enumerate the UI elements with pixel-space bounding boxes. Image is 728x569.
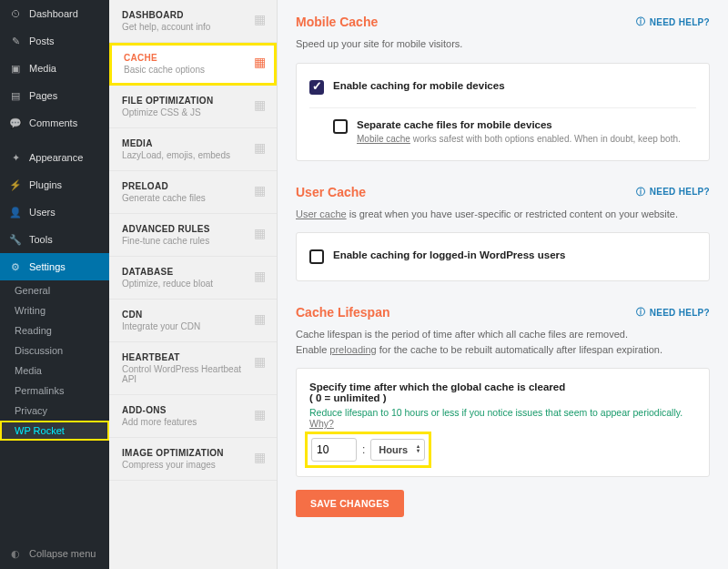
- wp-menu-media[interactable]: ▣Media: [0, 55, 109, 82]
- help-icon: ⓘ: [636, 186, 645, 198]
- nav-icon: ▦: [254, 269, 266, 283]
- label-enable-user-cache: Enable caching for logged-in WordPress u…: [333, 249, 565, 260]
- checkbox-separate-mobile-cache[interactable]: [333, 119, 348, 134]
- rocket-nav-add-ons[interactable]: ADD-ONSAdd more features▦: [109, 395, 277, 438]
- wp-menu-comments[interactable]: 💬Comments: [0, 109, 109, 137]
- nav-icon: ▦: [254, 226, 266, 240]
- rocket-nav-heartbeat[interactable]: HEARTBEATControl WordPress Heartbeat API…: [109, 342, 277, 395]
- section-user-cache: User Cache ⓘNEED HELP? User cache is gre…: [296, 185, 710, 282]
- wp-menu-plugins[interactable]: ⚡Plugins: [0, 171, 109, 198]
- comment-icon: 💬: [9, 117, 22, 129]
- label-lifespan-spec: Specify time after which the global cach…: [309, 381, 696, 392]
- user-icon: 👤: [9, 206, 22, 218]
- wp-submenu-writing[interactable]: Writing: [0, 300, 109, 320]
- section-desc: Cache lifespan is the period of time aft…: [296, 327, 710, 357]
- nav-icon: ▦: [254, 12, 266, 26]
- wp-submenu-permalinks[interactable]: Permalinks: [0, 381, 109, 401]
- section-desc: Speed up your site for mobile visitors.: [296, 36, 710, 52]
- nav-icon: ▦: [254, 140, 266, 155]
- section-cache-lifespan: Cache Lifespan ⓘNEED HELP? Cache lifespa…: [296, 305, 710, 517]
- rocket-nav-media[interactable]: MEDIALazyLoad, emojis, embeds▦: [109, 128, 277, 171]
- plug-icon: ⚡: [9, 178, 22, 191]
- wp-menu-users[interactable]: 👤Users: [0, 198, 109, 226]
- link-user-cache-docs[interactable]: User cache: [296, 208, 347, 219]
- rocket-nav-file-optimization[interactable]: FILE OPTIMIZATIONOptimize CSS & JS▦: [109, 86, 277, 128]
- section-desc: User cache is great when you have user-s…: [296, 207, 710, 222]
- wp-submenu-general[interactable]: General: [0, 280, 109, 300]
- wp-submenu-wp-rocket[interactable]: WP Rocket: [0, 421, 109, 441]
- rocket-nav-advanced-rules[interactable]: ADVANCED RULESFine-tune cache rules▦: [109, 214, 277, 257]
- save-changes-button[interactable]: SAVE CHANGES: [296, 490, 404, 517]
- wp-menu-dashboard[interactable]: ⏲Dashboard: [0, 0, 109, 27]
- collapse-icon: ◐: [9, 547, 22, 560]
- wp-submenu-media[interactable]: Media: [0, 361, 109, 381]
- hint-lifespan: Reduce lifespan to 10 hours or less if y…: [309, 407, 696, 429]
- wp-menu-appearance[interactable]: ✦Appearance: [0, 144, 109, 171]
- gear-icon: ⚙: [9, 260, 22, 273]
- need-help-link[interactable]: ⓘNEED HELP?: [636, 15, 710, 28]
- collapse-label: Collapse menu: [29, 548, 96, 559]
- collapse-menu[interactable]: ◐Collapse menu: [0, 538, 109, 569]
- nav-icon: ▦: [254, 55, 266, 69]
- wp-menu-settings[interactable]: ⚙Settings: [0, 253, 109, 280]
- need-help-link[interactable]: ⓘNEED HELP?: [636, 306, 710, 319]
- help-icon: ⓘ: [636, 306, 645, 319]
- section-title-mobile: Mobile Cache: [296, 15, 378, 29]
- wp-menu-posts[interactable]: ✎Posts: [0, 27, 109, 55]
- lifespan-value-input[interactable]: [311, 438, 357, 462]
- nav-icon: ▦: [254, 450, 266, 464]
- media-icon: ▣: [9, 62, 22, 75]
- rocket-nav-preload[interactable]: PRELOADGenerate cache files▦: [109, 171, 277, 214]
- lifespan-unit-select[interactable]: Hours: [370, 439, 425, 461]
- link-preloading[interactable]: preloading: [329, 344, 376, 355]
- rocket-nav-cache[interactable]: CACHEBasic cache options▦: [109, 43, 277, 86]
- label-enable-mobile-cache: Enable caching for mobile devices: [333, 80, 505, 91]
- rocket-settings-nav: DASHBOARDGet help, account info▦CACHEBas…: [109, 0, 278, 569]
- wp-admin-sidebar: ⏲Dashboard✎Posts▣Media▤Pages💬Comments✦Ap…: [0, 0, 109, 569]
- rocket-nav-image-optimization[interactable]: IMAGE OPTIMIZATIONCompress your images▦: [109, 438, 277, 481]
- brush-icon: ✦: [9, 151, 22, 164]
- speed-icon: ⏲: [9, 7, 22, 20]
- label-lifespan-sub: ( 0 = unlimited ): [309, 392, 696, 403]
- section-title-user: User Cache: [296, 185, 366, 199]
- section-title-lifespan: Cache Lifespan: [296, 305, 389, 320]
- need-help-link[interactable]: ⓘNEED HELP?: [636, 186, 710, 198]
- lifespan-input-group: : Hours: [309, 436, 427, 463]
- pin-icon: ✎: [9, 35, 22, 47]
- settings-main: Mobile Cache ⓘNEED HELP? Speed up your s…: [278, 0, 728, 569]
- wp-submenu-reading[interactable]: Reading: [0, 320, 109, 340]
- rocket-nav-dashboard[interactable]: DASHBOARDGet help, account info▦: [109, 0, 277, 43]
- rocket-nav-cdn[interactable]: CDNIntegrate your CDN▦: [109, 300, 277, 342]
- note-mobile-cache: Mobile cache works safest with both opti…: [357, 134, 681, 144]
- link-why[interactable]: Why?: [309, 418, 334, 429]
- nav-icon: ▦: [254, 183, 266, 198]
- wp-submenu-discussion[interactable]: Discussion: [0, 340, 109, 361]
- label-separate-mobile-cache: Separate cache files for mobile devices: [357, 119, 681, 130]
- help-icon: ⓘ: [636, 15, 645, 28]
- wp-menu-pages[interactable]: ▤Pages: [0, 82, 109, 109]
- nav-icon: ▦: [254, 354, 266, 369]
- link-mobile-cache-docs[interactable]: Mobile cache: [357, 134, 410, 144]
- wp-submenu-privacy[interactable]: Privacy: [0, 401, 109, 421]
- nav-icon: ▦: [254, 407, 266, 422]
- page-icon: ▤: [9, 89, 22, 102]
- nav-icon: ▦: [254, 97, 266, 112]
- wrench-icon: 🔧: [9, 233, 22, 246]
- checkbox-enable-user-cache[interactable]: [309, 249, 324, 264]
- section-mobile-cache: Mobile Cache ⓘNEED HELP? Speed up your s…: [296, 15, 710, 161]
- rocket-nav-database[interactable]: DATABASEOptimize, reduce bloat▦: [109, 257, 277, 300]
- wp-menu-tools[interactable]: 🔧Tools: [0, 226, 109, 253]
- nav-icon: ▦: [254, 311, 266, 326]
- checkbox-enable-mobile-cache[interactable]: [309, 80, 324, 95]
